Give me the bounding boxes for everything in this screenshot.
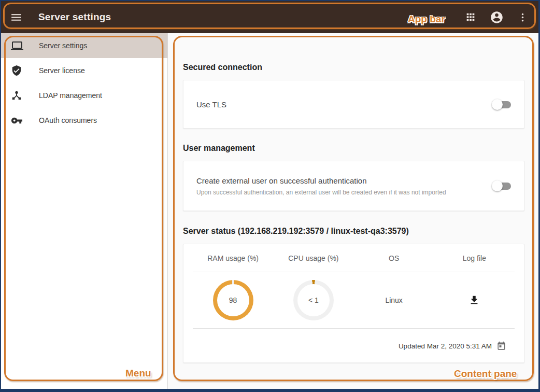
ram-usage-cell: 98 — [193, 280, 273, 320]
use-tls-toggle[interactable] — [492, 99, 511, 110]
server-status-card: RAM usage (%) CPU usage (%) OS Log file … — [183, 244, 524, 363]
column-header-ram: RAM usage (%) — [193, 254, 273, 262]
secured-connection-heading: Secured connection — [183, 63, 524, 72]
ram-usage-donut: 98 — [213, 280, 253, 320]
calendar-icon — [496, 341, 506, 351]
shield-check-icon — [11, 64, 23, 77]
server-status-heading: Server status (192.168.219.192:3579 / li… — [183, 227, 524, 235]
user-management-heading: User management — [183, 144, 524, 152]
table-row: 98 < 1 Linux — [193, 272, 515, 328]
sidebar-item-oauth-consumers[interactable]: OAuth consumers — [1, 108, 167, 133]
create-external-user-label: Create external user on successful authe… — [196, 176, 446, 185]
kebab-menu-icon — [517, 12, 528, 23]
column-header-logfile: Log file — [434, 254, 515, 262]
cpu-usage-donut: < 1 — [293, 280, 334, 320]
create-external-user-card: Create external user on successful authe… — [183, 161, 524, 211]
create-external-user-toggle[interactable] — [492, 180, 511, 191]
os-cell: Linux — [354, 296, 434, 304]
more-options-button[interactable] — [509, 1, 535, 33]
column-header-os: OS — [354, 254, 434, 262]
apps-grid-button[interactable] — [458, 1, 484, 33]
hub-icon — [11, 89, 23, 102]
account-button[interactable] — [484, 1, 509, 33]
ram-usage-value: 98 — [217, 284, 249, 316]
download-log-button[interactable] — [468, 295, 480, 306]
logfile-cell — [434, 295, 515, 306]
hamburger-menu-button[interactable] — [10, 11, 23, 24]
computer-icon — [11, 39, 23, 52]
server-settings-window: Server settings — [0, 0, 540, 392]
table-header-row: RAM usage (%) CPU usage (%) OS Log file — [193, 244, 515, 272]
use-tls-card: Use TLS — [183, 80, 524, 129]
updated-timestamp: Updated Mar 2, 2020 5:31 AM — [399, 342, 492, 350]
use-tls-label: Use TLS — [196, 100, 226, 109]
app-bar-actions — [458, 1, 535, 33]
create-external-user-description: Upon successful authentication, an exter… — [196, 189, 446, 196]
app-bar: Server settings — [1, 1, 538, 33]
sidebar-item-label: Server license — [39, 66, 85, 75]
download-icon — [468, 295, 480, 306]
server-status-table: RAM usage (%) CPU usage (%) OS Log file … — [193, 244, 515, 363]
key-icon — [11, 114, 23, 127]
apps-grid-icon — [465, 11, 476, 23]
sidebar-item-label: Server settings — [39, 41, 87, 50]
page-title: Server settings — [38, 11, 111, 23]
content-pane: Secured connection Use TLS User manageme… — [168, 33, 538, 389]
column-header-cpu: CPU usage (%) — [273, 254, 353, 262]
sidebar-item-ldap-management[interactable]: LDAP management — [1, 83, 167, 108]
toggle-knob — [492, 99, 503, 110]
toggle-knob — [492, 180, 503, 191]
hamburger-icon — [10, 11, 23, 24]
sidebar-item-server-license[interactable]: Server license — [1, 58, 167, 83]
sidebar-item-label: LDAP management — [39, 91, 102, 100]
calendar-button[interactable] — [496, 341, 506, 351]
account-circle-icon — [490, 10, 504, 24]
sidebar-item-label: OAuth consumers — [39, 116, 97, 124]
cpu-usage-value: < 1 — [297, 284, 330, 316]
table-footer: Updated Mar 2, 2020 5:31 AM — [193, 329, 515, 363]
sidebar-menu: Server settings Server license LDAP mana… — [1, 33, 168, 389]
create-external-user-text: Create external user on successful authe… — [196, 176, 446, 196]
cpu-usage-cell: < 1 — [273, 280, 353, 320]
sidebar-item-server-settings[interactable]: Server settings — [1, 33, 167, 58]
main-area: Server settings Server license LDAP mana… — [1, 33, 538, 389]
